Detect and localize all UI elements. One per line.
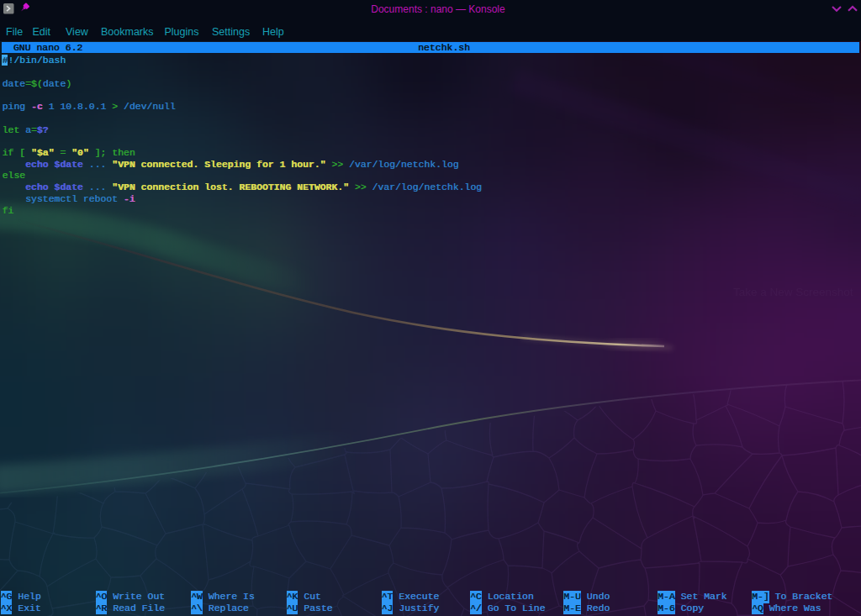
svg-text:Take a New Screenshot: Take a New Screenshot bbox=[733, 286, 853, 298]
